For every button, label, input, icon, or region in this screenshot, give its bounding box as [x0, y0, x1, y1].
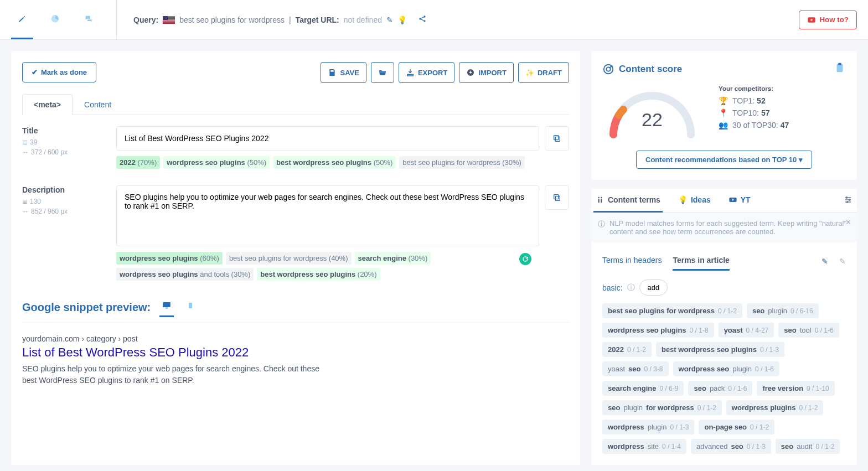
- terms-card: Content terms 💡Ideas YT ⓘ NLP model matc…: [591, 189, 857, 465]
- title-label: Title: [22, 126, 105, 135]
- term-chip[interactable]: seo plugin0 / 6-16: [747, 303, 819, 318]
- edit-target-icon[interactable]: ✎: [386, 15, 393, 24]
- title-char-count: 39: [30, 138, 37, 146]
- score-value: 22: [642, 109, 663, 131]
- grammarly-icon[interactable]: [519, 253, 531, 265]
- query-text: best seo plugins for wordpress: [179, 15, 285, 24]
- snippet-preview: yourdomain.com › category › post List of…: [22, 334, 569, 386]
- keyword-chip[interactable]: search engine (30%): [355, 252, 431, 265]
- info-icon: ⓘ: [598, 219, 605, 236]
- open-button[interactable]: [371, 62, 394, 83]
- term-chip[interactable]: advanced seo0 / 1-3: [691, 439, 771, 454]
- term-chip[interactable]: wordpress plugins0 / 1-2: [726, 400, 824, 415]
- desktop-preview-tab[interactable]: [159, 297, 174, 317]
- term-chip[interactable]: on-page seo0 / 1-2: [699, 420, 774, 434]
- editor-tabs: <meta> Content: [22, 94, 569, 115]
- svg-rect-6: [554, 136, 559, 140]
- term-chip[interactable]: best seo plugins for wordpress0 / 1-2: [602, 303, 742, 318]
- basic-label: basic:: [602, 283, 623, 292]
- draft-button[interactable]: ✨DRAFT: [518, 62, 569, 83]
- export-button[interactable]: EXPORT: [399, 62, 454, 83]
- term-chip[interactable]: seo audit0 / 1-2: [776, 439, 840, 454]
- term-chip[interactable]: wordpress seo plugin0 / 1-6: [673, 361, 780, 376]
- term-chip[interactable]: yoast seo0 / 3-8: [602, 361, 669, 376]
- desc-label: Description: [22, 185, 105, 194]
- recommendations-button[interactable]: Content recommendations based on TOP 10 …: [636, 151, 812, 169]
- tab-settings[interactable]: [841, 189, 855, 213]
- svg-rect-14: [837, 64, 843, 73]
- mobile-preview-tab[interactable]: [185, 297, 196, 317]
- tab-content-terms[interactable]: Content terms: [593, 189, 663, 213]
- keyword-chip[interactable]: best seo plugins for wordpress (30%): [399, 156, 525, 169]
- editor-panel: ✔Mark as done SAVE EXPORT IMPORT ✨DRAFT …: [11, 51, 580, 465]
- stats-tab[interactable]: [44, 0, 66, 39]
- svg-point-18: [849, 199, 850, 201]
- term-chip[interactable]: wordpress site0 / 1-4: [602, 439, 686, 454]
- term-chip[interactable]: wordpress plugin0 / 1-3: [602, 420, 694, 434]
- tab-meta[interactable]: <meta>: [22, 94, 73, 115]
- us-flag-icon: [163, 16, 175, 24]
- nlp-info-note: ⓘ NLP model matches forms for each sugge…: [591, 213, 857, 242]
- tab-yt[interactable]: YT: [726, 189, 753, 213]
- svg-rect-9: [163, 302, 171, 307]
- score-heading: Content score: [619, 64, 682, 75]
- keyword-chip[interactable]: best wordpress seo plugins (20%): [257, 268, 380, 281]
- desc-copy-button[interactable]: [545, 185, 569, 210]
- howto-button[interactable]: How to?: [799, 11, 857, 29]
- title-chips: 2022 (70%)wordpress seo plugins (50%)bes…: [116, 156, 569, 169]
- target-url-label: Target URL:: [296, 15, 339, 24]
- keyword-chip[interactable]: best wordpress seo plugins (50%): [273, 156, 396, 169]
- term-chip[interactable]: search engine0 / 6-9: [602, 381, 684, 396]
- term-chip[interactable]: best wordpress seo plugins0 / 1-3: [656, 342, 784, 357]
- competitors-heading: Your competitors:: [719, 85, 846, 92]
- edit-terms-icon-2[interactable]: ✎: [839, 257, 846, 266]
- subtab-terms-headers[interactable]: Terms in headers: [602, 251, 662, 271]
- stack-icon: ≣: [22, 198, 28, 205]
- competitor-row: 📍TOP10: 57: [719, 108, 846, 117]
- competitor-row: 👥30 of TOP30: 47: [719, 121, 846, 130]
- term-chip[interactable]: seo pack0 / 1-6: [688, 381, 752, 396]
- svg-rect-11: [189, 303, 192, 308]
- mark-done-button[interactable]: ✔Mark as done: [22, 62, 96, 82]
- term-list: best seo plugins for wordpress0 / 1-2seo…: [602, 303, 846, 454]
- tab-content[interactable]: Content: [73, 94, 123, 115]
- keyword-chip[interactable]: wordpress seo plugins and tools (30%): [116, 268, 254, 281]
- svg-point-19: [846, 201, 848, 203]
- keyword-chip[interactable]: 2022 (70%): [116, 156, 160, 169]
- clipboard-icon[interactable]: [834, 62, 846, 76]
- query-label: Query:: [133, 15, 158, 24]
- content-score-card: Content score 22 Your competitors: 🏆TOP1…: [591, 51, 857, 180]
- chat-tab[interactable]: [78, 0, 100, 39]
- query-bar: Query: best seo plugins for wordpress | …: [117, 14, 799, 25]
- snippet-title: List of Best WordPress SEO Plugins 2022: [22, 345, 569, 360]
- term-chip[interactable]: 20220 / 1-2: [602, 342, 652, 357]
- tab-ideas[interactable]: 💡Ideas: [676, 189, 713, 213]
- title-copy-button[interactable]: [545, 126, 569, 151]
- info-icon[interactable]: ⓘ: [627, 283, 635, 293]
- snippet-url: yourdomain.com › category › post: [22, 334, 569, 343]
- add-term-button[interactable]: add: [639, 280, 668, 296]
- keyword-chip[interactable]: wordpress seo plugins (50%): [163, 156, 270, 169]
- term-chip[interactable]: yoast0 / 4-27: [719, 323, 774, 338]
- share-icon[interactable]: [418, 14, 427, 25]
- title-input[interactable]: [116, 126, 539, 151]
- target-url-value: not defined: [344, 15, 382, 24]
- idea-icon[interactable]: 💡: [397, 15, 407, 24]
- howto-label: How to?: [819, 15, 849, 24]
- save-button[interactable]: SAVE: [321, 62, 366, 83]
- term-chip[interactable]: free version0 / 1-10: [757, 381, 834, 396]
- term-chip[interactable]: seo tool0 / 1-6: [778, 323, 839, 338]
- desc-input[interactable]: [116, 185, 539, 246]
- keyword-chip[interactable]: best seo plugins for wordpress (40%): [226, 252, 352, 265]
- subtab-terms-article[interactable]: Terms in article: [673, 251, 729, 271]
- desc-chips: wordpress seo plugins (60%)best seo plug…: [116, 252, 569, 281]
- term-chip[interactable]: seo plugin for wordpress0 / 1-2: [602, 400, 722, 415]
- close-note-icon[interactable]: ✕: [845, 218, 851, 226]
- keyword-chip[interactable]: wordpress seo plugins (60%): [116, 252, 223, 265]
- edit-terms-icon[interactable]: ✎: [822, 257, 828, 266]
- editor-tab[interactable]: [11, 0, 33, 39]
- import-button[interactable]: IMPORT: [459, 62, 514, 83]
- width-icon: ↔: [22, 148, 29, 156]
- topbar: Query: best seo plugins for wordpress | …: [0, 0, 868, 40]
- term-chip[interactable]: wordpress seo plugins0 / 1-8: [602, 323, 714, 338]
